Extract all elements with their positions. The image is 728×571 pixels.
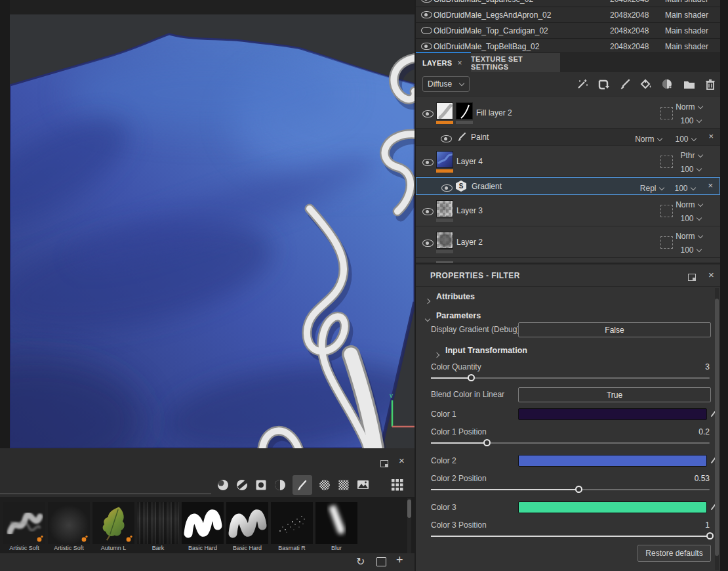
restore-defaults-button[interactable]: Restore defaults (637, 545, 711, 562)
color2-swatch[interactable] (518, 455, 707, 467)
texture-set-row[interactable]: OldDruidMale_Japanese_02 2048x2048 Main … (416, 0, 720, 7)
add-fill-layer-bucket-icon[interactable] (639, 78, 653, 91)
texture-set-row[interactable]: OldDruidMale_LegsAndApron_02 2048x2048 M… (416, 7, 720, 23)
properties-scrollbar[interactable] (715, 288, 719, 570)
uv-2d-view[interactable]: v u (10, 14, 415, 448)
shelf-item[interactable]: Blur (315, 502, 357, 552)
effect-name: Gradient (472, 182, 502, 191)
blend-mode-select[interactable]: Norm (676, 230, 703, 242)
stencils-icon[interactable] (273, 476, 287, 494)
shelf-search-input[interactable] (0, 494, 211, 494)
remove-effect-icon[interactable]: × (708, 181, 713, 190)
shelf-item[interactable]: Basic Hard (182, 502, 224, 552)
materials-icon[interactable] (216, 476, 230, 494)
refresh-icon[interactable]: ↻ (356, 555, 365, 568)
color-quantity-slider[interactable] (431, 377, 710, 379)
tab-close-icon[interactable]: × (457, 58, 462, 68)
layer-mask-placeholder-icon[interactable] (660, 107, 673, 119)
remove-effect-icon[interactable]: × (708, 132, 714, 140)
shelf-item[interactable]: Autumn L (92, 502, 134, 552)
opacity-value: 100 (675, 184, 688, 193)
channel-select[interactable]: Diffuse (422, 76, 470, 92)
layer-mask-placeholder-icon[interactable] (660, 156, 673, 168)
textures-icon[interactable] (318, 476, 331, 494)
layer-row-fill-layer-2[interactable]: Fill layer 2 Norm 100 (416, 97, 720, 129)
add-paint-layer-brush-icon[interactable] (618, 78, 631, 91)
layer-visibility-eye-icon[interactable] (422, 159, 434, 166)
blend-mode-select[interactable]: Norm (676, 198, 703, 210)
close-icon[interactable]: × (708, 270, 714, 280)
viewport[interactable]: v u (0, 0, 415, 448)
effect-visibility-eye-icon[interactable] (441, 135, 452, 142)
blend-mode-select[interactable]: Repl (640, 182, 664, 194)
blend-mode-select[interactable]: Norm (635, 133, 662, 144)
layer-thumbnail[interactable] (436, 151, 453, 168)
visibility-eye-icon[interactable] (421, 11, 432, 18)
layer-visibility-eye-icon[interactable] (422, 208, 434, 215)
effect-visibility-eye-icon[interactable] (441, 184, 453, 192)
texture-set-row[interactable]: OldDruidMale_TopBeltBag_02 2048x2048 Mai… (416, 39, 720, 52)
texture-set-row[interactable]: OldDruidMale_Top_Cardigan_02 2048x2048 M… (416, 23, 720, 39)
delete-layer-trash-icon[interactable] (704, 78, 716, 91)
environments-icon[interactable] (356, 476, 371, 494)
visibility-eye-icon[interactable] (421, 0, 432, 3)
layer-mask-placeholder-icon[interactable] (660, 236, 673, 249)
chevron-down-icon (691, 186, 696, 191)
tab-texture-set-settings[interactable]: TEXTURE SET SETTINGS (471, 53, 560, 72)
opacity-select[interactable]: 100 (676, 133, 697, 144)
effect-row-gradient-selected[interactable]: S Gradient Repl 100 × (416, 177, 720, 195)
color3-position-slider[interactable] (431, 536, 710, 537)
opacity-select[interactable]: 100 (681, 114, 702, 126)
new-resource-folder-icon[interactable] (376, 557, 386, 566)
shelf-item[interactable]: Basic Hard (226, 502, 268, 552)
layer-row-layer-3[interactable]: Layer 3 Norm 100 (416, 195, 720, 226)
texture-set-shader: Main shader (665, 42, 708, 51)
add-smart-mask-icon[interactable] (661, 78, 674, 91)
layer-thumbnail[interactable] (436, 200, 453, 217)
visibility-eye-icon-hidden[interactable] (421, 27, 432, 34)
float-panel-icon[interactable] (688, 274, 696, 281)
patterns-icon[interactable] (337, 476, 350, 494)
add-resource-icon[interactable]: + (396, 553, 403, 567)
blend-mode-select[interactable]: Pthr (681, 149, 703, 161)
smart-materials-icon[interactable] (235, 476, 249, 494)
layer-mask-thumbnail[interactable] (456, 102, 473, 119)
color3-swatch[interactable] (518, 501, 707, 513)
layer-row-layer-2[interactable]: Layer 2 Norm 100 (416, 226, 720, 258)
display-settings-grid-icon[interactable] (392, 479, 403, 491)
blend-linear-toggle-button[interactable]: True (518, 387, 711, 402)
opacity-select[interactable]: 100 (681, 163, 702, 175)
add-effect-icon[interactable] (597, 78, 610, 91)
opacity-select[interactable]: 100 (681, 243, 702, 255)
blend-mode-select[interactable]: Norm (676, 100, 703, 112)
layer-row-layer-4[interactable]: Layer 4 Pthr 100 (416, 146, 720, 177)
section-input-transformation[interactable]: Input Transformation (416, 343, 711, 359)
add-group-folder-icon[interactable] (683, 78, 696, 91)
layer-mask-placeholder-icon[interactable] (660, 205, 673, 217)
shelf-item-label: Artistic Soft (48, 544, 90, 551)
visibility-eye-icon[interactable] (421, 43, 432, 50)
color2-position-slider[interactable] (431, 489, 710, 490)
color1-swatch[interactable] (518, 408, 707, 420)
display-gradient-toggle-button[interactable]: False (518, 322, 711, 337)
shelf-item[interactable]: Artistic Soft (48, 502, 90, 552)
alphas-icon[interactable] (254, 476, 268, 494)
color1-position-slider[interactable] (431, 442, 710, 444)
shelf-item[interactable]: Bark (137, 502, 179, 552)
layer-thumbnail[interactable] (436, 232, 453, 249)
close-icon[interactable]: × (399, 455, 405, 465)
shelf-scrollbar[interactable] (407, 498, 411, 553)
float-panel-icon[interactable] (380, 460, 388, 467)
layer-thumbnail[interactable] (436, 102, 453, 119)
section-attributes[interactable]: Attributes (416, 289, 711, 305)
shelf-item[interactable]: Basmati R (271, 502, 313, 552)
tab-layers[interactable]: LAYERS × (416, 53, 471, 72)
brushes-icon-active[interactable] (293, 475, 312, 495)
shelf-item[interactable]: Artistic Soft (3, 502, 45, 552)
layer-visibility-eye-icon[interactable] (422, 240, 434, 247)
opacity-select[interactable]: 100 (675, 182, 696, 194)
layer-visibility-eye-icon[interactable] (422, 110, 434, 117)
effect-row-paint[interactable]: Paint Norm 100 × (416, 129, 720, 146)
add-smart-material-wand-icon[interactable] (576, 78, 588, 91)
opacity-select[interactable]: 100 (681, 212, 702, 224)
